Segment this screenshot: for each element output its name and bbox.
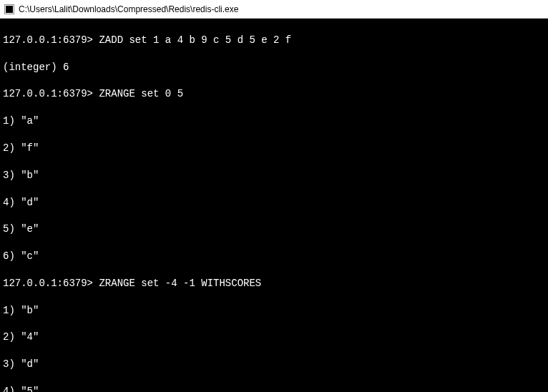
terminal-line: 2) "f" — [3, 142, 545, 155]
terminal-line: (integer) 6 — [3, 61, 545, 74]
terminal-line: 5) "e" — [3, 222, 545, 236]
terminal-output[interactable]: 127.0.0.1:6379> ZADD set 1 a 4 b 9 c 5 d… — [0, 19, 548, 392]
terminal-line: 127.0.0.1:6379> ZADD set 1 a 4 b 9 c 5 d… — [3, 34, 545, 47]
terminal-line: 1) "b" — [3, 304, 545, 318]
window-titlebar[interactable]: C:\Users\Lalit\Downloads\Compressed\Redi… — [0, 0, 548, 19]
terminal-line: 127.0.0.1:6379> ZRANGE set -4 -1 WITHSCO… — [3, 277, 545, 290]
terminal-line: 127.0.0.1:6379> ZRANGE set 0 5 — [3, 87, 545, 101]
app-icon — [4, 4, 14, 14]
terminal-line: 4) "5" — [3, 385, 545, 392]
terminal-line: 2) "4" — [3, 330, 545, 344]
terminal-line: 3) "b" — [3, 169, 545, 182]
terminal-line: 1) "a" — [3, 114, 545, 128]
svg-rect-1 — [6, 6, 13, 13]
window-title: C:\Users\Lalit\Downloads\Compressed\Redi… — [19, 4, 238, 14]
terminal-line: 3) "d" — [3, 358, 545, 371]
terminal-line: 6) "c" — [3, 250, 545, 263]
terminal-line: 4) "d" — [3, 196, 545, 210]
